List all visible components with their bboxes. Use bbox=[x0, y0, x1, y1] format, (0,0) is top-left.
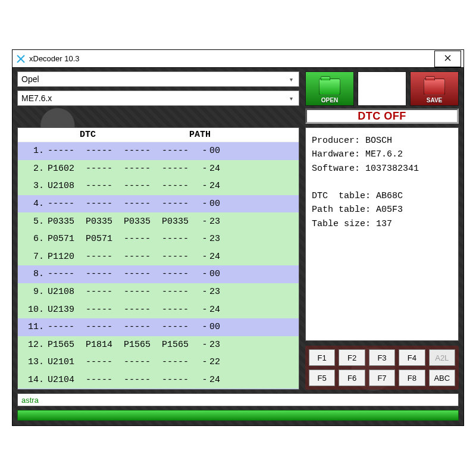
dtc-row[interactable]: 6.P0571P0571-----------23 bbox=[18, 230, 299, 248]
dtc-row[interactable]: 13.U2101----------------22 bbox=[18, 353, 299, 371]
fkey-f1[interactable]: F1 bbox=[309, 349, 335, 366]
chevron-down-icon: ▾ bbox=[286, 91, 296, 105]
info-panel: Producer: BOSCH Hardware: ME7.6.2 Softwa… bbox=[305, 127, 459, 341]
titlebar[interactable]: xDecoder 10.3 bbox=[12, 50, 464, 68]
dtc-row[interactable]: 8.---------------------00 bbox=[18, 265, 299, 283]
open-button[interactable]: OPEN bbox=[305, 71, 354, 106]
save-button-label: SAVE bbox=[427, 97, 443, 104]
dtc-header-dtc: DTC bbox=[44, 130, 106, 140]
brand-combo-value: Opel bbox=[21, 74, 39, 84]
dtc-row[interactable]: 2.P1602----------------24 bbox=[18, 160, 299, 178]
folder-save-icon bbox=[424, 79, 445, 95]
dtc-row[interactable]: 11.---------------------00 bbox=[18, 318, 299, 336]
dtc-panel: DTC PATH 1.---------------------002.P160… bbox=[17, 127, 299, 390]
status-bar: astra bbox=[17, 393, 459, 406]
function-keys: F1F2F3F4A2LF5F6F7F8ABC bbox=[305, 346, 459, 390]
save-button[interactable]: SAVE bbox=[410, 71, 459, 106]
fkey-f2[interactable]: F2 bbox=[339, 349, 365, 366]
dtc-row[interactable]: 7.P1120----------------24 bbox=[18, 248, 299, 266]
dtc-row[interactable]: 5.P0335P0335P0335P0335-23 bbox=[18, 212, 299, 230]
ecu-combo-value: ME7.6.x bbox=[21, 93, 52, 103]
fkey-f7[interactable]: F7 bbox=[369, 369, 395, 386]
progress-fill bbox=[18, 411, 458, 420]
open-button-label: OPEN bbox=[321, 97, 338, 104]
ecu-combo[interactable]: ME7.6.x ▾ bbox=[17, 90, 299, 106]
fkey-a2l: A2L bbox=[429, 349, 455, 366]
fkey-f5[interactable]: F5 bbox=[309, 369, 335, 386]
chevron-down-icon: ▾ bbox=[286, 72, 296, 86]
dtc-row[interactable]: 15.---------------------00 bbox=[18, 389, 299, 389]
status-text: astra bbox=[21, 396, 39, 405]
dtc-header: DTC PATH bbox=[18, 128, 299, 142]
window-title: xDecoder 10.3 bbox=[29, 54, 434, 63]
dtc-off-label: DTC OFF bbox=[358, 110, 406, 123]
dtc-row[interactable]: 3.U2108----------------24 bbox=[18, 177, 299, 195]
dtc-row[interactable]: 4.---------------------00 bbox=[18, 195, 299, 213]
fkey-f4[interactable]: F4 bbox=[399, 349, 425, 366]
dtc-off-button[interactable]: DTC OFF bbox=[305, 108, 459, 124]
dtc-row[interactable]: 9.U2108----------------23 bbox=[18, 283, 299, 301]
progress-bar bbox=[17, 410, 459, 421]
dtc-header-path: PATH bbox=[189, 130, 231, 140]
fkey-abc[interactable]: ABC bbox=[429, 369, 455, 386]
fkey-f6[interactable]: F6 bbox=[339, 369, 365, 386]
app-window: xDecoder 10.3 Opel ▾ ME7.6.x ▾ bbox=[12, 49, 464, 426]
fkey-f3[interactable]: F3 bbox=[369, 349, 395, 366]
dtc-row[interactable]: 14.U2104----------------24 bbox=[18, 371, 299, 389]
client-area: Opel ▾ ME7.6.x ▾ OPEN SAVE bbox=[12, 68, 464, 425]
close-icon bbox=[444, 54, 451, 63]
brand-combo[interactable]: Opel ▾ bbox=[17, 71, 299, 87]
dtc-row[interactable]: 12.P1565P1814P1565P1565-23 bbox=[18, 336, 299, 354]
app-icon bbox=[16, 54, 26, 64]
blank-tool-slot bbox=[358, 71, 406, 106]
close-button[interactable] bbox=[434, 51, 461, 67]
fkey-f8[interactable]: F8 bbox=[399, 369, 425, 386]
folder-open-icon bbox=[319, 79, 340, 95]
dtc-list[interactable]: 1.---------------------002.P1602--------… bbox=[18, 142, 299, 389]
dtc-row[interactable]: 1.---------------------00 bbox=[18, 142, 299, 160]
dtc-row[interactable]: 10.U2139----------------24 bbox=[18, 300, 299, 318]
